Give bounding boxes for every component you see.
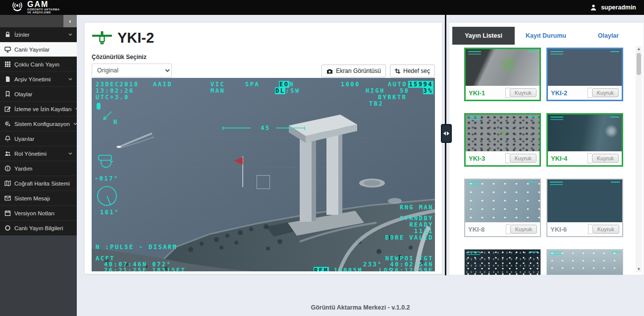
- hud-ready: READY: [409, 221, 433, 228]
- hud-platform-2: TB2: [369, 100, 383, 107]
- username: superadmin: [601, 4, 636, 11]
- stream-name: YKI-4: [551, 155, 567, 162]
- video-feed[interactable]: 23DEC2018 AAID VIC SPA 13:02:26 MAN UTC+…: [92, 78, 435, 271]
- monitor-icon: [4, 46, 11, 53]
- map-icon: [4, 180, 11, 187]
- crop-icon: [395, 68, 400, 74]
- brand-title: GAM: [27, 1, 60, 8]
- stream-name: YKI-8: [468, 226, 484, 233]
- sidebar-item-rol-yonetimi[interactable]: Rol Yönetimi: [0, 146, 77, 161]
- stream-thumbnail[interactable]: [466, 115, 539, 151]
- sidebar-item-canli-yayin-bilgileri[interactable]: Canlı Yayın Bilgileri: [0, 221, 77, 236]
- stream-card-yki-2[interactable]: YKI-2 Kuyruk: [546, 48, 623, 101]
- sidebar-item-izleme-izin-kayitlari[interactable]: İzleme ve İzin Kayıtları: [0, 102, 77, 117]
- tab-olaylar[interactable]: Olaylar: [577, 27, 640, 45]
- sidebar-collapse-bar: ‹: [0, 15, 77, 27]
- hud-pulse: N :PULSE - DISARM: [96, 244, 177, 251]
- hud-scale-value: 45: [255, 125, 276, 131]
- stream-thumbnail[interactable]: [547, 180, 622, 222]
- sidebar-item-label: Versiyon Notları: [14, 210, 54, 216]
- sidebar-item-label: Yardım: [14, 166, 32, 172]
- sidebar-item-label: Olaylar: [14, 91, 32, 97]
- sidebar-item-label: İzinler: [14, 32, 30, 38]
- hud-aaid: AAID: [153, 81, 172, 88]
- resolution-select[interactable]: Original: [92, 63, 172, 77]
- lock-icon: [4, 31, 11, 38]
- stream-card-yki-8[interactable]: YKI-8 Kuyruk: [464, 179, 541, 237]
- hud-heading: 161°: [100, 209, 119, 216]
- sidebar-item-label: Coğrafi Harita Sistemi: [14, 181, 70, 187]
- stream-thumbnail[interactable]: [547, 250, 623, 275]
- hud-counter: 15994: [408, 81, 433, 88]
- stream-card-yki-6[interactable]: YKI-6 Kuyruk: [546, 179, 623, 237]
- stream-thumbnail[interactable]: [548, 49, 622, 86]
- stream-name: YKI-6: [550, 226, 567, 233]
- hud-sensor: EON: [279, 81, 294, 88]
- sidebar-collapse-button[interactable]: ‹: [63, 15, 77, 27]
- target-button-label: Hedef seç: [403, 67, 430, 74]
- panel-resize-handle[interactable]: [441, 124, 452, 143]
- user-icon: [590, 4, 597, 11]
- queue-button[interactable]: Kuyruk: [592, 154, 619, 163]
- hud-rem: REM 16005M: [314, 267, 363, 271]
- stream-thumbnail[interactable]: [548, 115, 622, 151]
- stream-title-row: YKI-2: [92, 30, 435, 46]
- hud-vic: VIC: [211, 81, 225, 88]
- sidebar-item-versiyon-notlari[interactable]: Versiyon Notları: [0, 206, 77, 221]
- scroll-up-icon[interactable]: ▲: [637, 46, 641, 52]
- queue-chip: [506, 224, 510, 234]
- sidebar-item-uyarilar[interactable]: Uyarılar: [0, 131, 77, 146]
- chevron-down-icon: [68, 152, 72, 155]
- sidebar-item-coklu-canli-yayin[interactable]: Çoklu Canlı Yayın: [0, 57, 77, 72]
- queue-chip: [588, 88, 592, 98]
- sidebar-item-cografi-harita[interactable]: Coğrafi Harita Sistemi: [0, 176, 77, 191]
- sidebar-item-label: Sistem Mesajı: [14, 195, 50, 201]
- stream-card-partial-2[interactable]: [546, 249, 623, 275]
- user-menu[interactable]: superadmin: [590, 4, 636, 11]
- stream-thumbnail[interactable]: [465, 250, 540, 275]
- chevron-down-icon: [68, 33, 72, 36]
- tab-kayit-durumu[interactable]: Kayıt Durumu: [515, 27, 577, 45]
- hud-bore: BORE VALID: [385, 234, 433, 241]
- queue-button[interactable]: Kuyruk: [510, 154, 537, 163]
- info-icon: [4, 165, 11, 172]
- sidebar-item-canli-yayinlar[interactable]: Canlı Yayınlar: [0, 42, 77, 57]
- stream-card-partial-1[interactable]: [464, 249, 541, 275]
- camera-icon: [326, 68, 333, 74]
- resize-right-icon: [447, 131, 449, 135]
- queue-button[interactable]: Kuyruk: [592, 225, 619, 234]
- sidebar-item-arsiv-yonetimi[interactable]: Arşiv Yönetimi: [0, 72, 77, 87]
- queue-button[interactable]: Kuyruk: [510, 88, 537, 97]
- sidebar-item-label: Sistem Konfigurasyon: [14, 121, 70, 127]
- hud-datalink: DL:SW: [275, 87, 300, 94]
- screenshot-button-label: Ekran Görüntüsü: [336, 67, 381, 74]
- stream-list-panel: Yayın Listesi Kayıt Durumu Olaylar YKI-1…: [449, 22, 644, 275]
- stream-card-yki-1[interactable]: YKI-1 Kuyruk: [464, 48, 541, 101]
- panel-tabs: Yayın Listesi Kayıt Durumu Olaylar: [452, 27, 640, 45]
- stream-card-yki-3[interactable]: YKI-3 Kuyruk: [464, 113, 541, 167]
- hud-auto: AUTO: [388, 81, 407, 88]
- target-select-button[interactable]: Hedef seç: [390, 64, 435, 77]
- stream-card-yki-4[interactable]: YKI-4 Kuyruk: [546, 113, 623, 167]
- scroll-down-icon[interactable]: ▼: [637, 266, 641, 272]
- panel-scrollbar[interactable]: ▲ ▼: [636, 46, 642, 272]
- bell-icon: [4, 135, 11, 142]
- queue-button[interactable]: Kuyruk: [592, 88, 619, 97]
- hud-percent: 3%: [423, 87, 433, 94]
- page-title: YKI-2: [117, 30, 154, 46]
- sidebar-item-izinler[interactable]: İzinler: [0, 27, 77, 42]
- hud-thermo-icon: [97, 103, 101, 110]
- sidebar-item-sistem-mesaji[interactable]: Sistem Mesajı: [0, 191, 77, 206]
- sidebar-item-sistem-konfigurasyon[interactable]: Sistem Konfigurasyon: [0, 117, 77, 131]
- tab-yayin-listesi[interactable]: Yayın Listesi: [452, 27, 515, 45]
- stream-thumbnail[interactable]: [466, 49, 539, 86]
- screenshot-button[interactable]: Ekran Görüntüsü: [322, 64, 386, 77]
- sidebar-item-olaylar[interactable]: Olaylar: [0, 87, 77, 102]
- scrollbar-thumb[interactable]: [637, 53, 641, 75]
- sidebar-item-label: Canlı Yayın Bilgileri: [14, 225, 63, 231]
- hud-north-label: N: [113, 119, 118, 126]
- sidebar-item-yardim[interactable]: Yardım: [0, 161, 77, 176]
- sidebar-item-label: Çoklu Canlı Yayın: [14, 62, 59, 67]
- queue-button[interactable]: Kuyruk: [510, 225, 537, 234]
- stream-thumbnail[interactable]: [465, 180, 540, 222]
